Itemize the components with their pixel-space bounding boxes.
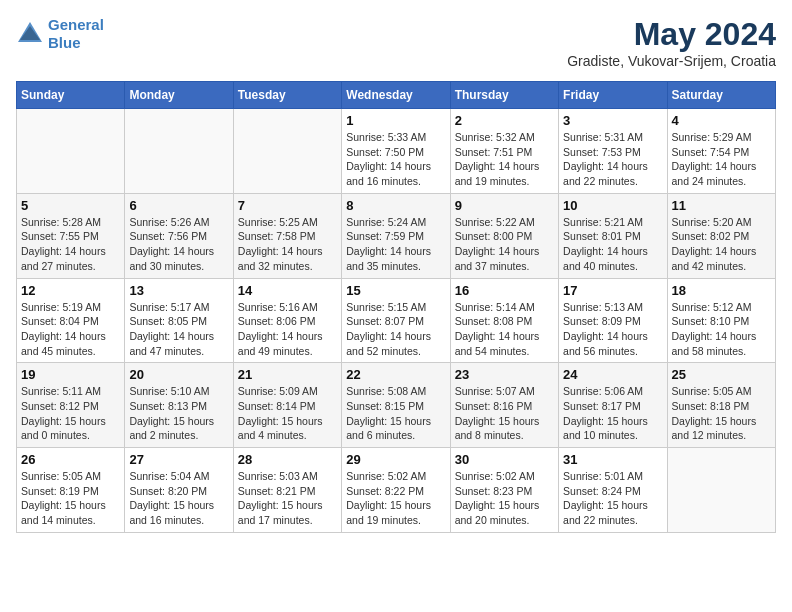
day-number: 29 xyxy=(346,452,445,467)
week-row-2: 5Sunrise: 5:28 AM Sunset: 7:55 PM Daylig… xyxy=(17,193,776,278)
day-info: Sunrise: 5:12 AM Sunset: 8:10 PM Dayligh… xyxy=(672,300,771,359)
day-cell: 19Sunrise: 5:11 AM Sunset: 8:12 PM Dayli… xyxy=(17,363,125,448)
day-number: 31 xyxy=(563,452,662,467)
day-cell: 12Sunrise: 5:19 AM Sunset: 8:04 PM Dayli… xyxy=(17,278,125,363)
day-info: Sunrise: 5:05 AM Sunset: 8:18 PM Dayligh… xyxy=(672,384,771,443)
day-info: Sunrise: 5:21 AM Sunset: 8:01 PM Dayligh… xyxy=(563,215,662,274)
day-cell xyxy=(667,448,775,533)
day-info: Sunrise: 5:31 AM Sunset: 7:53 PM Dayligh… xyxy=(563,130,662,189)
day-info: Sunrise: 5:10 AM Sunset: 8:13 PM Dayligh… xyxy=(129,384,228,443)
day-number: 27 xyxy=(129,452,228,467)
day-number: 19 xyxy=(21,367,120,382)
day-number: 9 xyxy=(455,198,554,213)
day-cell: 5Sunrise: 5:28 AM Sunset: 7:55 PM Daylig… xyxy=(17,193,125,278)
day-cell: 11Sunrise: 5:20 AM Sunset: 8:02 PM Dayli… xyxy=(667,193,775,278)
day-info: Sunrise: 5:03 AM Sunset: 8:21 PM Dayligh… xyxy=(238,469,337,528)
day-cell: 20Sunrise: 5:10 AM Sunset: 8:13 PM Dayli… xyxy=(125,363,233,448)
day-cell: 2Sunrise: 5:32 AM Sunset: 7:51 PM Daylig… xyxy=(450,109,558,194)
day-cell: 14Sunrise: 5:16 AM Sunset: 8:06 PM Dayli… xyxy=(233,278,341,363)
col-header-thursday: Thursday xyxy=(450,82,558,109)
day-number: 17 xyxy=(563,283,662,298)
week-row-4: 19Sunrise: 5:11 AM Sunset: 8:12 PM Dayli… xyxy=(17,363,776,448)
day-number: 24 xyxy=(563,367,662,382)
day-info: Sunrise: 5:08 AM Sunset: 8:15 PM Dayligh… xyxy=(346,384,445,443)
day-info: Sunrise: 5:04 AM Sunset: 8:20 PM Dayligh… xyxy=(129,469,228,528)
day-number: 26 xyxy=(21,452,120,467)
day-number: 21 xyxy=(238,367,337,382)
svg-marker-1 xyxy=(20,26,40,40)
week-row-3: 12Sunrise: 5:19 AM Sunset: 8:04 PM Dayli… xyxy=(17,278,776,363)
day-cell: 15Sunrise: 5:15 AM Sunset: 8:07 PM Dayli… xyxy=(342,278,450,363)
location: Gradiste, Vukovar-Srijem, Croatia xyxy=(567,53,776,69)
day-info: Sunrise: 5:06 AM Sunset: 8:17 PM Dayligh… xyxy=(563,384,662,443)
day-info: Sunrise: 5:29 AM Sunset: 7:54 PM Dayligh… xyxy=(672,130,771,189)
day-number: 18 xyxy=(672,283,771,298)
day-number: 25 xyxy=(672,367,771,382)
day-cell: 24Sunrise: 5:06 AM Sunset: 8:17 PM Dayli… xyxy=(559,363,667,448)
col-header-monday: Monday xyxy=(125,82,233,109)
day-info: Sunrise: 5:09 AM Sunset: 8:14 PM Dayligh… xyxy=(238,384,337,443)
day-info: Sunrise: 5:33 AM Sunset: 7:50 PM Dayligh… xyxy=(346,130,445,189)
day-info: Sunrise: 5:07 AM Sunset: 8:16 PM Dayligh… xyxy=(455,384,554,443)
day-number: 16 xyxy=(455,283,554,298)
page-header: General Blue May 2024 Gradiste, Vukovar-… xyxy=(16,16,776,69)
day-number: 13 xyxy=(129,283,228,298)
day-cell: 9Sunrise: 5:22 AM Sunset: 8:00 PM Daylig… xyxy=(450,193,558,278)
day-cell: 26Sunrise: 5:05 AM Sunset: 8:19 PM Dayli… xyxy=(17,448,125,533)
month-title: May 2024 xyxy=(567,16,776,53)
day-info: Sunrise: 5:05 AM Sunset: 8:19 PM Dayligh… xyxy=(21,469,120,528)
day-number: 5 xyxy=(21,198,120,213)
day-info: Sunrise: 5:16 AM Sunset: 8:06 PM Dayligh… xyxy=(238,300,337,359)
day-cell: 1Sunrise: 5:33 AM Sunset: 7:50 PM Daylig… xyxy=(342,109,450,194)
day-info: Sunrise: 5:17 AM Sunset: 8:05 PM Dayligh… xyxy=(129,300,228,359)
day-cell: 8Sunrise: 5:24 AM Sunset: 7:59 PM Daylig… xyxy=(342,193,450,278)
day-cell: 4Sunrise: 5:29 AM Sunset: 7:54 PM Daylig… xyxy=(667,109,775,194)
day-info: Sunrise: 5:22 AM Sunset: 8:00 PM Dayligh… xyxy=(455,215,554,274)
day-info: Sunrise: 5:02 AM Sunset: 8:22 PM Dayligh… xyxy=(346,469,445,528)
day-info: Sunrise: 5:11 AM Sunset: 8:12 PM Dayligh… xyxy=(21,384,120,443)
day-cell: 7Sunrise: 5:25 AM Sunset: 7:58 PM Daylig… xyxy=(233,193,341,278)
day-number: 8 xyxy=(346,198,445,213)
day-cell: 16Sunrise: 5:14 AM Sunset: 8:08 PM Dayli… xyxy=(450,278,558,363)
day-info: Sunrise: 5:28 AM Sunset: 7:55 PM Dayligh… xyxy=(21,215,120,274)
day-number: 22 xyxy=(346,367,445,382)
week-row-1: 1Sunrise: 5:33 AM Sunset: 7:50 PM Daylig… xyxy=(17,109,776,194)
day-info: Sunrise: 5:25 AM Sunset: 7:58 PM Dayligh… xyxy=(238,215,337,274)
day-cell: 23Sunrise: 5:07 AM Sunset: 8:16 PM Dayli… xyxy=(450,363,558,448)
day-number: 11 xyxy=(672,198,771,213)
day-cell: 17Sunrise: 5:13 AM Sunset: 8:09 PM Dayli… xyxy=(559,278,667,363)
day-number: 4 xyxy=(672,113,771,128)
day-number: 23 xyxy=(455,367,554,382)
day-info: Sunrise: 5:19 AM Sunset: 8:04 PM Dayligh… xyxy=(21,300,120,359)
logo-icon xyxy=(16,20,44,48)
day-info: Sunrise: 5:24 AM Sunset: 7:59 PM Dayligh… xyxy=(346,215,445,274)
day-cell: 28Sunrise: 5:03 AM Sunset: 8:21 PM Dayli… xyxy=(233,448,341,533)
day-cell: 31Sunrise: 5:01 AM Sunset: 8:24 PM Dayli… xyxy=(559,448,667,533)
day-number: 15 xyxy=(346,283,445,298)
day-cell: 21Sunrise: 5:09 AM Sunset: 8:14 PM Dayli… xyxy=(233,363,341,448)
day-number: 14 xyxy=(238,283,337,298)
day-cell: 29Sunrise: 5:02 AM Sunset: 8:22 PM Dayli… xyxy=(342,448,450,533)
day-info: Sunrise: 5:15 AM Sunset: 8:07 PM Dayligh… xyxy=(346,300,445,359)
day-info: Sunrise: 5:01 AM Sunset: 8:24 PM Dayligh… xyxy=(563,469,662,528)
day-cell: 6Sunrise: 5:26 AM Sunset: 7:56 PM Daylig… xyxy=(125,193,233,278)
day-cell: 22Sunrise: 5:08 AM Sunset: 8:15 PM Dayli… xyxy=(342,363,450,448)
day-number: 6 xyxy=(129,198,228,213)
logo: General Blue xyxy=(16,16,104,52)
day-number: 28 xyxy=(238,452,337,467)
day-cell: 3Sunrise: 5:31 AM Sunset: 7:53 PM Daylig… xyxy=(559,109,667,194)
day-number: 12 xyxy=(21,283,120,298)
day-number: 30 xyxy=(455,452,554,467)
day-number: 3 xyxy=(563,113,662,128)
col-header-tuesday: Tuesday xyxy=(233,82,341,109)
day-number: 20 xyxy=(129,367,228,382)
day-cell xyxy=(233,109,341,194)
day-info: Sunrise: 5:02 AM Sunset: 8:23 PM Dayligh… xyxy=(455,469,554,528)
day-cell: 27Sunrise: 5:04 AM Sunset: 8:20 PM Dayli… xyxy=(125,448,233,533)
day-info: Sunrise: 5:14 AM Sunset: 8:08 PM Dayligh… xyxy=(455,300,554,359)
col-header-saturday: Saturday xyxy=(667,82,775,109)
day-cell: 30Sunrise: 5:02 AM Sunset: 8:23 PM Dayli… xyxy=(450,448,558,533)
day-cell xyxy=(125,109,233,194)
logo-text: General Blue xyxy=(48,16,104,52)
day-info: Sunrise: 5:26 AM Sunset: 7:56 PM Dayligh… xyxy=(129,215,228,274)
